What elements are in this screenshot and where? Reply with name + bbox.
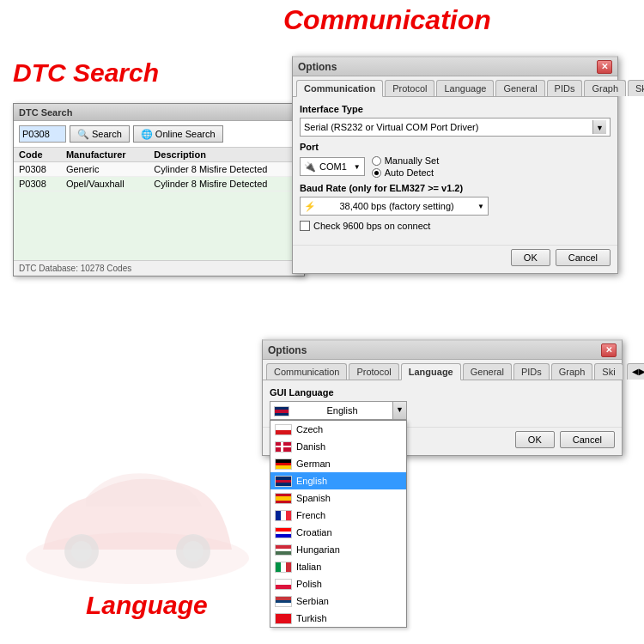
lang-cancel-button[interactable]: Cancel — [560, 431, 615, 448]
selected-language-label: English — [326, 405, 357, 416]
online-search-button[interactable]: 🌐 Online Search — [133, 125, 223, 143]
baud-icon: ⚡ — [304, 201, 316, 212]
lang-turkish-label: Turkish — [296, 613, 327, 623]
dtc-table: Code Manufacturer Description P0308 Gene… — [14, 148, 304, 191]
flag-croatian-icon — [275, 527, 292, 538]
tab-ski[interactable]: Ski — [628, 80, 644, 96]
language-label: Language — [86, 591, 208, 620]
tab-pids[interactable]: PIDs — [547, 80, 583, 96]
lang-tab-more[interactable]: ◀▶ — [627, 363, 644, 380]
options-communication-dialog: Options ✕ Communication Protocol Languag… — [292, 56, 618, 274]
lang-dialog-body: GUI Language English ▼ Czech Danish — [263, 380, 622, 427]
tab-communication[interactable]: Communication — [296, 80, 383, 97]
lang-item-spanish[interactable]: Spanish — [270, 489, 406, 507]
baud-rate-value: 38,400 bps (factory setting) — [339, 201, 453, 211]
dtc-footer: DTC Database: 10278 Codes — [14, 260, 304, 276]
lang-czech-label: Czech — [296, 424, 323, 434]
col-description: Description — [149, 148, 304, 162]
search-button[interactable]: 🔍 Search — [70, 125, 130, 143]
dtc-search-label: DTC Search — [13, 58, 159, 88]
cell-description: Cylinder 8 Misfire Detected — [149, 162, 304, 177]
lang-tab-general[interactable]: General — [463, 363, 512, 380]
globe-icon: 🌐 — [141, 129, 153, 140]
lang-tab-pids[interactable]: PIDs — [513, 363, 550, 380]
cancel-button[interactable]: Cancel — [556, 249, 611, 266]
lang-item-french[interactable]: French — [270, 507, 406, 524]
dtc-table-area: Code Manufacturer Description P0308 Gene… — [14, 148, 304, 260]
interface-type-select[interactable]: Serial (RS232 or Virtual COM Port Driver… — [300, 118, 611, 137]
interface-type-value: Serial (RS232 or Virtual COM Port Driver… — [304, 122, 478, 132]
dtc-input[interactable] — [19, 125, 66, 143]
lang-item-hungarian[interactable]: Hungarian — [270, 541, 406, 558]
check-9600-row: Check 9600 bps on connect — [300, 221, 611, 231]
options-comm-titlebar: Options ✕ — [293, 58, 617, 76]
options-lang-tabs: Communication Protocol Language General … — [263, 360, 622, 380]
port-value: COM1 — [319, 161, 347, 172]
lang-polish-label: Polish — [296, 579, 322, 589]
flag-german-icon — [275, 459, 292, 470]
lang-item-turkish[interactable]: Turkish — [270, 610, 406, 627]
dtc-database-info: DTC Database: 10278 Codes — [19, 264, 131, 273]
tab-general[interactable]: General — [495, 80, 544, 96]
interface-type-label: Interface Type — [300, 104, 611, 114]
language-select-box[interactable]: English ▼ — [270, 401, 407, 420]
language-list: Czech Danish German English Spanish — [270, 420, 407, 628]
lang-italian-label: Italian — [296, 562, 321, 572]
language-dropdown-arrow-icon: ▼ — [392, 402, 406, 419]
dtc-search-row: 🔍 Search 🌐 Online Search — [14, 121, 304, 148]
baud-rate-label: Baud Rate (only for ELM327 >= v1.2) — [300, 183, 611, 193]
lang-item-german[interactable]: German — [270, 455, 406, 472]
lang-item-english[interactable]: English — [270, 472, 406, 489]
lang-hungarian-label: Hungarian — [296, 544, 340, 555]
lang-danish-label: Danish — [296, 441, 325, 452]
interface-type-row: Serial (RS232 or Virtual COM Port Driver… — [300, 118, 611, 137]
lang-item-czech[interactable]: Czech — [270, 421, 406, 438]
flag-french-icon — [275, 510, 292, 521]
lang-item-croatian[interactable]: Croatian — [270, 524, 406, 541]
lang-close-button[interactable]: ✕ — [601, 343, 617, 357]
radio-manually-icon — [372, 156, 381, 166]
port-label: Port — [300, 142, 611, 152]
svg-point-2 — [71, 541, 92, 562]
svg-point-4 — [183, 541, 204, 562]
options-comm-title: Options — [298, 61, 337, 73]
tab-language[interactable]: Language — [436, 80, 494, 96]
flag-polish-icon — [275, 579, 292, 590]
flag-czech-icon — [275, 424, 292, 435]
lang-ok-button[interactable]: OK — [515, 431, 555, 448]
port-select[interactable]: 🔌 COM1 ▼ — [300, 157, 365, 176]
lang-tab-language[interactable]: Language — [401, 363, 461, 380]
comm-dialog-body: Interface Type Serial (RS232 or Virtual … — [293, 97, 617, 245]
lang-serbian-label: Serbian — [296, 596, 329, 606]
lang-english-label: English — [296, 476, 327, 486]
close-button[interactable]: ✕ — [597, 60, 612, 74]
lang-french-label: French — [296, 510, 325, 520]
auto-detect-radio[interactable]: Auto Detect — [372, 167, 440, 178]
online-search-label: Online Search — [155, 129, 216, 139]
options-language-dialog: Options ✕ Communication Protocol Languag… — [262, 339, 623, 456]
lang-tab-communication[interactable]: Communication — [266, 363, 347, 380]
lang-item-italian[interactable]: Italian — [270, 558, 406, 575]
options-lang-titlebar: Options ✕ — [263, 341, 622, 360]
port-radio-group: Manually Set Auto Detect — [372, 155, 440, 178]
tab-graph[interactable]: Graph — [584, 80, 626, 96]
cell-manufacturer: Opel/Vauxhall — [61, 177, 149, 191]
lang-tab-protocol[interactable]: Protocol — [349, 363, 398, 380]
lang-tab-graph[interactable]: Graph — [551, 363, 593, 380]
options-comm-tabs: Communication Protocol Language General … — [293, 76, 617, 97]
search-icon: 🔍 — [77, 129, 89, 140]
dtc-window-title: DTC Search — [19, 107, 72, 118]
lang-tab-ski[interactable]: Ski — [594, 363, 623, 380]
search-btn-label: Search — [92, 129, 122, 139]
tab-protocol[interactable]: Protocol — [385, 80, 434, 96]
baud-dropdown-arrow-icon: ▼ — [477, 203, 484, 210]
lang-item-polish[interactable]: Polish — [270, 575, 406, 592]
manually-set-radio[interactable]: Manually Set — [372, 155, 440, 166]
check-9600-checkbox[interactable] — [300, 221, 310, 231]
ok-button[interactable]: OK — [511, 249, 550, 266]
port-icon: 🔌 — [304, 161, 316, 173]
communication-label: Communication — [283, 4, 491, 36]
baud-rate-select[interactable]: ⚡ 38,400 bps (factory setting) ▼ — [300, 197, 489, 216]
lang-item-danish[interactable]: Danish — [270, 438, 406, 455]
lang-item-serbian[interactable]: Serbian — [270, 592, 406, 610]
